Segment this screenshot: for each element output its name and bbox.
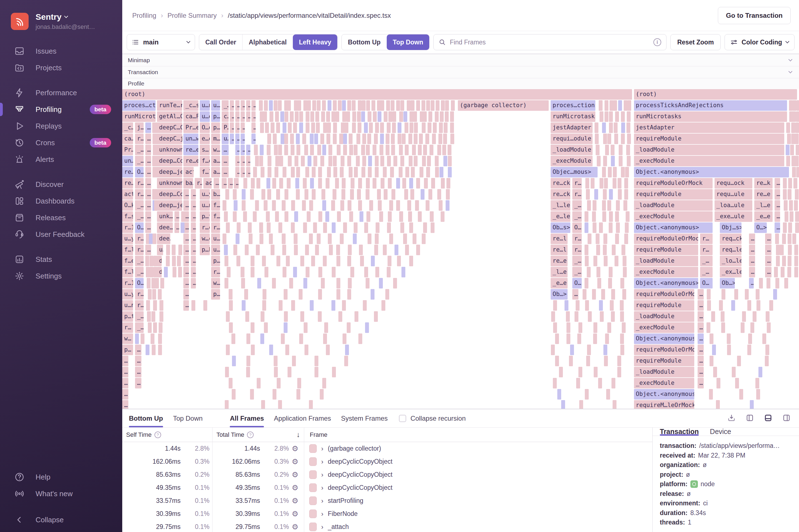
flame-cell[interactable] — [260, 122, 264, 133]
flame-cell[interactable] — [159, 322, 163, 333]
flame-cell[interactable]: re…er — [183, 145, 198, 155]
flame-cell[interactable] — [318, 167, 322, 177]
flame-cell[interactable] — [553, 300, 557, 311]
flame-cell[interactable] — [310, 145, 314, 155]
flame-cell[interactable] — [734, 289, 738, 300]
flame-cell[interactable] — [362, 156, 366, 166]
flame-cell[interactable] — [226, 345, 230, 355]
flame-cell[interactable] — [789, 211, 794, 222]
flame-cell[interactable] — [267, 145, 271, 155]
flame-cell[interactable] — [251, 178, 255, 189]
expand-chevron-icon[interactable]: › — [321, 458, 323, 466]
expand-chevron-icon[interactable]: › — [321, 484, 323, 492]
flame-cell[interactable]: re…e — [551, 256, 568, 266]
flame-cell[interactable]: u…y — [122, 233, 133, 244]
flame-cell[interactable]: requireModuleOrMock — [634, 178, 712, 189]
flame-cell[interactable] — [551, 345, 555, 355]
flame-cell[interactable] — [551, 311, 555, 322]
flame-cell[interactable] — [249, 233, 253, 244]
sidebar-item-collapse[interactable]: Collapse — [0, 511, 122, 528]
flame-cell[interactable]: r…c — [200, 223, 210, 233]
flame-cell[interactable] — [443, 156, 447, 166]
flame-cell[interactable] — [402, 134, 406, 144]
flame-cell[interactable] — [304, 345, 309, 355]
flame-cell[interactable] — [617, 356, 621, 366]
flame-cell[interactable] — [264, 322, 268, 333]
flame-cell[interactable] — [427, 156, 431, 166]
flame-cell[interactable]: … — [191, 189, 196, 200]
flame-cell[interactable] — [422, 233, 426, 244]
flame-cell[interactable]: … — [235, 122, 240, 133]
flame-cell[interactable]: Object.<anonymous> — [634, 278, 699, 288]
flame-cell[interactable] — [621, 134, 625, 144]
flame-cell[interactable] — [356, 156, 360, 166]
flame-cell[interactable] — [423, 223, 427, 233]
flame-cell[interactable] — [612, 245, 616, 255]
flame-cell[interactable] — [605, 111, 609, 122]
flame-cell[interactable] — [224, 256, 228, 266]
flame-cell[interactable]: O… — [700, 278, 712, 288]
flame-cell[interactable] — [152, 289, 156, 300]
flame-cell[interactable]: … — [183, 278, 189, 288]
flame-cell[interactable] — [593, 322, 597, 333]
flame-cell[interactable] — [153, 256, 157, 266]
flame-cell[interactable] — [224, 278, 228, 288]
table-row[interactable]: 162.06ms0.3%162.06ms0.3%⚙›deepCyclicCopy… — [122, 455, 652, 468]
flame-cell[interactable] — [375, 233, 379, 244]
flame-cell[interactable] — [172, 267, 176, 278]
flame-cell[interactable] — [780, 245, 784, 255]
flame-cell[interactable] — [388, 111, 392, 122]
flame-cell[interactable]: b…1 — [211, 189, 220, 200]
flame-cell[interactable] — [288, 122, 292, 133]
flame-cell[interactable]: deep…Copy — [157, 156, 182, 166]
flame-cell[interactable] — [274, 367, 278, 377]
flame-cell[interactable] — [311, 256, 315, 266]
flame-cell[interactable]: r… — [135, 300, 144, 311]
flame-cell[interactable] — [250, 322, 255, 333]
flame-cell[interactable] — [767, 322, 771, 333]
flame-cell[interactable] — [345, 345, 349, 355]
flame-cell[interactable]: … — [191, 211, 196, 222]
flame-cell[interactable]: … — [241, 145, 245, 155]
flame-cell[interactable] — [241, 267, 244, 278]
flame-cell[interactable]: p… — [211, 289, 220, 300]
flame-cell[interactable] — [315, 356, 318, 366]
flame-cell[interactable] — [430, 211, 434, 222]
flame-cell[interactable]: r… — [700, 233, 712, 244]
flame-cell[interactable]: _loadModule — [634, 367, 694, 377]
flame-cell[interactable] — [318, 178, 322, 189]
flame-cell[interactable] — [227, 267, 230, 278]
flame-cell[interactable]: r… — [211, 267, 220, 278]
flame-cell[interactable] — [276, 122, 280, 133]
flame-cell[interactable] — [585, 300, 589, 311]
flame-cell[interactable]: … — [183, 289, 189, 300]
flame-cell[interactable]: _…e — [135, 145, 144, 155]
flame-cell[interactable] — [296, 389, 300, 400]
flame-cell[interactable] — [375, 156, 379, 166]
flame-cell[interactable] — [627, 134, 631, 144]
flame-cell[interactable] — [366, 278, 370, 288]
flame-cell[interactable] — [349, 211, 353, 222]
flame-cell[interactable]: f…s — [122, 211, 133, 222]
flame-cell[interactable] — [164, 267, 168, 278]
flame-cell[interactable] — [295, 156, 298, 166]
flame-cell[interactable] — [160, 300, 163, 311]
flame-cell[interactable]: … — [145, 167, 151, 177]
flame-cell[interactable] — [596, 233, 599, 244]
flame-cell[interactable]: e…e — [200, 134, 210, 144]
flame-cell[interactable] — [439, 200, 443, 211]
flame-cell[interactable] — [280, 111, 284, 122]
flame-cell[interactable] — [389, 200, 393, 211]
flame-cell[interactable] — [272, 200, 276, 211]
flame-cell[interactable]: … — [698, 345, 704, 355]
flame-cell[interactable] — [354, 223, 357, 233]
flame-cell[interactable]: … — [191, 200, 196, 211]
flame-cell[interactable] — [369, 200, 373, 211]
flame-cell[interactable]: … — [191, 278, 196, 288]
flame-cell[interactable] — [237, 223, 241, 233]
flame-cell[interactable] — [154, 167, 158, 177]
flame-cell[interactable] — [441, 100, 445, 111]
flame-cell[interactable]: … — [765, 245, 771, 255]
flame-cell[interactable]: … — [222, 156, 229, 166]
flame-cell[interactable] — [396, 100, 400, 111]
